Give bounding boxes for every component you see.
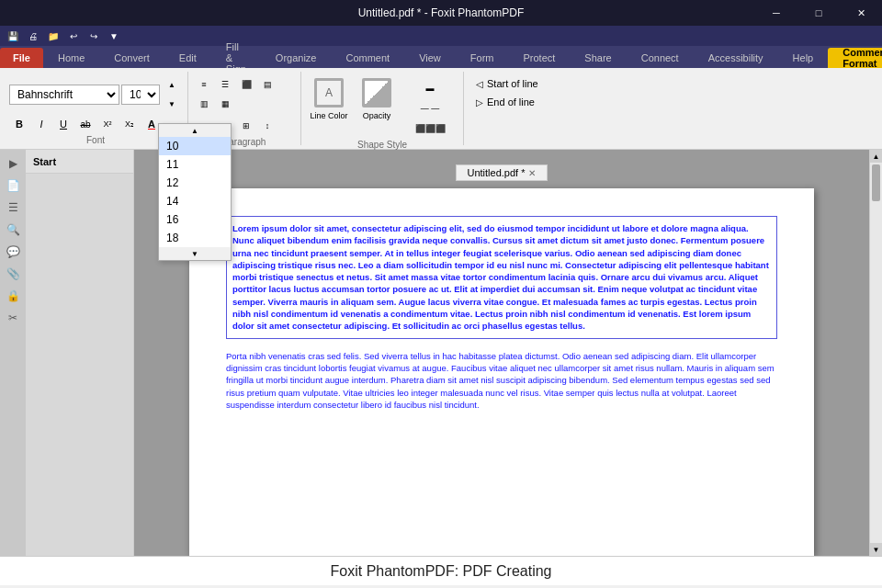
size-option-10[interactable]: 10: [159, 137, 231, 155]
tab-organize[interactable]: Organize: [261, 48, 332, 68]
footer: Foxit PhantomPDF: PDF Creating: [0, 556, 882, 585]
ribbon-content: Bahnschrift 10 ▲ ▼ B I U ab X²: [0, 68, 882, 149]
size-option-14[interactable]: 14: [159, 192, 231, 210]
qa-open[interactable]: 📁: [44, 28, 62, 44]
subscript-btn[interactable]: X₂: [119, 115, 140, 133]
qa-undo[interactable]: ↩: [64, 28, 83, 44]
document-page: Lorem ipsum dolor sit amet, consectetur …: [189, 188, 814, 556]
font-select[interactable]: Bahnschrift: [9, 85, 119, 105]
font-size-dropdown: ▲ 10 11 12 14 16 18 ▼: [158, 123, 232, 261]
align-justify[interactable]: ▦: [215, 95, 235, 113]
main-area: ▶ 📄 ☰ 🔍 💬 📎 🔒 ✂ Start Untitled.pdf * ✕ L…: [0, 150, 882, 556]
qa-redo[interactable]: ↪: [85, 28, 103, 44]
window-controls: ─ □ ✕: [755, 0, 882, 26]
scroll-up-btn[interactable]: ▲: [159, 124, 231, 137]
tab-fill-sign[interactable]: Fill & Sign: [211, 48, 261, 68]
underline-btn[interactable]: U: [53, 115, 74, 133]
page-tab[interactable]: Untitled.pdf * ✕: [456, 164, 548, 181]
tab-edit[interactable]: Edit: [164, 48, 211, 68]
maximize-button[interactable]: □: [797, 0, 840, 26]
spacing-btn[interactable]: ↕: [257, 117, 277, 135]
tab-protect[interactable]: Protect: [508, 48, 570, 68]
start-of-line-btn[interactable]: ◁ Start of line: [469, 75, 578, 92]
line-color-btn[interactable]: A Line Color: [307, 75, 351, 123]
window-title: Untitled.pdf * - Foxit PhantomPDF: [358, 6, 525, 19]
nav-arrow[interactable]: ▶: [3, 153, 23, 174]
tab-view[interactable]: View: [404, 48, 456, 68]
qa-dropdown[interactable]: ▼: [105, 28, 123, 44]
line-anchors: ◁ Start of line ▷ End of line: [469, 75, 578, 110]
footer-text: Foxit PhantomPDF: PDF Creating: [331, 563, 552, 580]
page-tab-close[interactable]: ✕: [528, 168, 536, 178]
tab-help[interactable]: Help: [778, 48, 829, 68]
size-option-18[interactable]: 18: [159, 229, 231, 247]
big-icon-group: A Line Color Opacity ▬ ― ― ⬛⬛⬛: [307, 75, 458, 138]
strikethrough-btn[interactable]: ab: [75, 115, 96, 133]
paragraph-1: Lorem ipsum dolor sit amet, consectetur …: [226, 216, 777, 339]
size-select[interactable]: 10: [121, 85, 160, 105]
nav-search[interactable]: 🔍: [3, 220, 23, 240]
line-color-label: Line Color: [310, 111, 347, 120]
align-center[interactable]: ▤: [257, 75, 277, 94]
page-tab-row: Untitled.pdf * ✕: [456, 164, 548, 181]
panel-header: Start: [26, 150, 133, 174]
tab-comment[interactable]: Comment: [331, 48, 404, 68]
column-btn[interactable]: ⊞: [236, 117, 256, 135]
scroll-down[interactable]: ▼: [870, 543, 882, 556]
size-option-16[interactable]: 16: [159, 210, 231, 229]
qa-save[interactable]: 💾: [4, 28, 22, 44]
tab-connect[interactable]: Connect: [627, 48, 694, 68]
sidebar-panel: Start: [26, 150, 134, 556]
font-group-label: Font: [9, 133, 182, 145]
minimize-button[interactable]: ─: [755, 0, 797, 26]
shape-btn2[interactable]: ― ―: [402, 99, 458, 118]
scroll-down-btn[interactable]: ▼: [159, 247, 231, 260]
size-option-12[interactable]: 12: [159, 174, 231, 192]
nav-bookmarks[interactable]: ☰: [3, 198, 23, 218]
panel-content: [26, 174, 133, 556]
tab-home[interactable]: Home: [43, 48, 99, 68]
italic-btn[interactable]: I: [31, 115, 51, 133]
line-color-group-content: A Line Color Opacity ▬ ― ― ⬛⬛⬛: [307, 72, 458, 138]
nav-lock[interactable]: 🔒: [3, 286, 23, 306]
bold-btn[interactable]: B: [9, 115, 29, 133]
scroll-thumb[interactable]: [872, 164, 880, 201]
tab-accessibility[interactable]: Accessibility: [694, 48, 778, 68]
tab-file[interactable]: File: [0, 48, 43, 68]
font-row1: Bahnschrift 10 ▲ ▼: [9, 75, 182, 113]
align-left[interactable]: ⬛: [236, 75, 256, 94]
scroll-up[interactable]: ▲: [870, 150, 882, 163]
tab-share[interactable]: Share: [570, 48, 626, 68]
document-area[interactable]: Untitled.pdf * ✕ Lorem ipsum dolor sit a…: [134, 150, 869, 556]
nav-pages[interactable]: 📄: [3, 175, 23, 196]
line-anchor-group: ◁ Start of line ▷ End of line: [464, 72, 583, 145]
tab-convert[interactable]: Convert: [99, 48, 164, 68]
line-color-group: A Line Color Opacity ▬ ― ― ⬛⬛⬛: [301, 72, 464, 145]
opacity-btn[interactable]: Opacity: [355, 75, 399, 123]
font-row2: B I U ab X² X₂ A: [9, 115, 182, 133]
nav-attachment[interactable]: 📎: [3, 264, 23, 284]
decrease-size-btn[interactable]: ▼: [162, 95, 182, 113]
end-of-line-btn[interactable]: ▷ End of line: [469, 94, 578, 110]
superscript-btn[interactable]: X²: [97, 115, 118, 133]
qa-print[interactable]: 🖨: [24, 28, 42, 44]
size-option-11[interactable]: 11: [159, 155, 231, 174]
font-size-list: ▲ 10 11 12 14 16 18 ▼: [158, 123, 232, 261]
close-button[interactable]: ✕: [840, 0, 882, 26]
tab-comment-format[interactable]: Comment Format: [828, 48, 882, 68]
shape-btn3[interactable]: ⬛⬛⬛: [402, 119, 458, 138]
list-btn1[interactable]: ≡: [194, 75, 214, 94]
nav-comment[interactable]: 💬: [3, 242, 23, 262]
page-tab-label: Untitled.pdf *: [468, 167, 526, 178]
scroll-track[interactable]: [870, 163, 882, 543]
opacity-label: Opacity: [363, 111, 391, 120]
end-of-line-label: End of line: [487, 96, 535, 107]
nav-scissors[interactable]: ✂: [3, 308, 23, 328]
increase-size-btn[interactable]: ▲: [162, 75, 182, 94]
tab-bar: File Home Convert Edit Fill & Sign Organ…: [0, 46, 882, 68]
align-right[interactable]: ▥: [194, 95, 214, 113]
shape-btn1[interactable]: ▬: [402, 79, 458, 97]
list-btn2[interactable]: ☰: [215, 75, 235, 94]
tab-form[interactable]: Form: [456, 48, 509, 68]
quick-access-toolbar: 💾 🖨 📁 ↩ ↪ ▼: [0, 26, 882, 46]
